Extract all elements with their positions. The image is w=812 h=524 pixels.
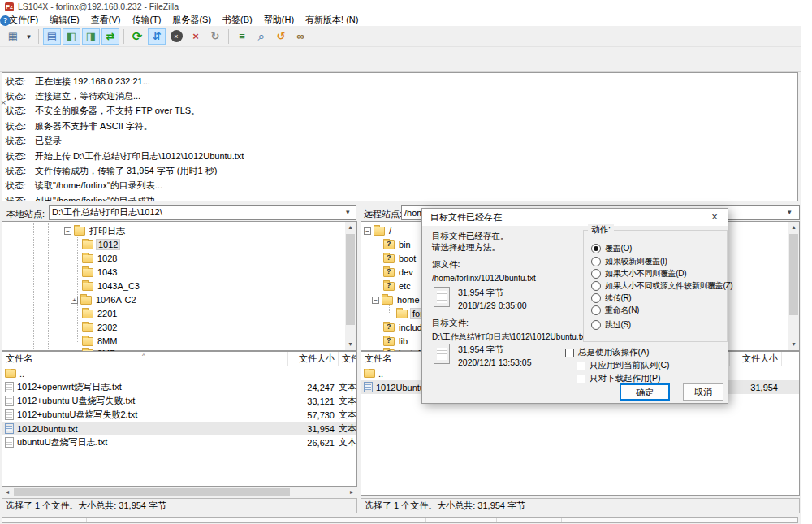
local-tree-item[interactable]: +1046A-C2 (71, 293, 138, 306)
cancel-icon: × (171, 30, 183, 42)
radio-icon[interactable] (591, 305, 601, 315)
remote-tree-item[interactable]: −/ (364, 224, 393, 237)
collapse-icon[interactable]: − (372, 297, 379, 304)
checkbox-icon[interactable] (577, 362, 585, 370)
site-manager-dropdown[interactable]: ▾ (24, 28, 34, 45)
remote-tree-item[interactable]: ?dev (383, 266, 415, 279)
toggle-log-button[interactable]: ▤ (43, 28, 61, 45)
local-tree-item[interactable]: 8MM (82, 335, 119, 348)
menu-bookmarks[interactable]: 书签(B) (217, 13, 258, 26)
help-badge-icon[interactable]: ? (0, 15, 11, 26)
folder-icon (82, 310, 93, 318)
find-files-button[interactable]: ∞ (292, 28, 309, 45)
refresh-icon: ⟳ (132, 29, 143, 44)
local-tree-item[interactable]: 1043A_C3 (82, 279, 141, 292)
remote-path-dropdown-icon[interactable]: ▾ (788, 208, 792, 216)
checkbox-always-use-action[interactable]: 总是使用该操作(A) (565, 347, 650, 358)
file-row[interactable]: .. (2, 366, 356, 380)
scroll-down-icon[interactable]: ▾ (345, 339, 356, 350)
radio-overwrite[interactable]: 覆盖(O) (591, 243, 632, 254)
scrollbar-thumb[interactable] (789, 234, 798, 315)
radio-overwrite-if-size-differs[interactable]: 如果大小不同则覆盖(D) (591, 268, 686, 279)
radio-icon[interactable] (591, 257, 601, 266)
remote-tree-item[interactable]: ?bin (383, 238, 412, 251)
local-tree-item[interactable]: 2302 (82, 321, 119, 334)
menu-view[interactable]: 查看(V) (85, 13, 127, 26)
radio-icon[interactable] (591, 269, 601, 279)
local-path-combo[interactable] (49, 205, 356, 220)
menu-server[interactable]: 服务器(S) (166, 13, 217, 26)
radio-icon[interactable] (591, 281, 601, 291)
refresh-button[interactable]: ⟳ (128, 28, 146, 45)
cancel-operation-button[interactable]: × (167, 28, 185, 45)
radio-skip[interactable]: 跳过(S) (591, 319, 631, 331)
checkbox-icon[interactable] (565, 349, 574, 357)
reconnect-button[interactable]: ↻ (206, 28, 224, 45)
radio-overwrite-if-size-or-newer[interactable]: 如果大小不同或源文件较新则覆盖(Z) (591, 280, 732, 292)
local-tree-item[interactable]: 2201 (82, 307, 119, 320)
cancel-button[interactable]: 取消 (683, 383, 723, 401)
local-tree-item[interactable]: 1043 (82, 266, 119, 279)
scroll-left-icon[interactable]: ◂ (2, 487, 13, 497)
collapse-icon[interactable]: − (64, 227, 71, 235)
local-list-hscrollbar[interactable]: ◂ ▸ (2, 487, 357, 497)
menu-help[interactable]: 帮助(H) (258, 13, 300, 26)
menu-transfer[interactable]: 传输(T) (126, 13, 166, 26)
filter-button[interactable]: ≡ (233, 28, 251, 45)
ok-button[interactable]: 确定 (620, 383, 670, 401)
local-tree-item-selected[interactable]: 1012 (82, 238, 120, 251)
local-list-header: 文件名 文件大小 文件类型 (2, 352, 356, 366)
menu-edit[interactable]: 编辑(E) (44, 13, 85, 26)
scroll-up-icon[interactable]: ▴ (788, 222, 799, 233)
menu-new-version[interactable]: 有新版本! (N) (300, 13, 364, 26)
sync-browsing-button[interactable]: ↺ (272, 28, 290, 45)
column-filesize[interactable]: 文件大小 (288, 352, 339, 366)
column-filetype[interactable]: 文件类型 (339, 352, 356, 366)
file-row-selected[interactable]: 1012Ubuntu.txt 31,954 文本文件 (2, 422, 356, 435)
column-filename[interactable]: 文件名 (2, 352, 288, 366)
radio-rename[interactable]: 重命名(N) (591, 305, 639, 316)
collapse-icon[interactable]: − (364, 227, 371, 235)
checkbox-apply-to-downloads-only[interactable]: 只对下载起作用(P) (577, 373, 661, 384)
local-path-dropdown-icon[interactable]: ▾ (346, 208, 350, 216)
compare-button[interactable]: ⌕ (253, 28, 270, 45)
toggle-queue-button[interactable]: ⇄ (102, 28, 119, 45)
remote-tree-item[interactable]: ?boot (383, 252, 417, 265)
remote-tree-scrollbar[interactable]: ▴ ▾ (788, 222, 799, 350)
site-manager-button[interactable]: ▦ (4, 28, 22, 45)
toggle-local-tree-button[interactable]: ◧ (63, 28, 80, 45)
radio-icon[interactable] (591, 320, 601, 330)
file-row[interactable]: ubuntuU盘烧写日志.txt 26,621 文本文件 (2, 435, 356, 449)
quickconnect-bar: 主机(H): 用户名(U): 密码(W): 端口(P): 快速连接(Q) ▾ (0, 47, 801, 72)
disconnect-button[interactable]: × (187, 28, 205, 45)
process-queue-button[interactable]: ⇵ (148, 28, 166, 45)
file-row[interactable]: 1012+ubuntuU盘烧写失败2.txt 57,730 文本文件 (2, 408, 356, 422)
scroll-right-icon[interactable]: ▸ (346, 487, 357, 497)
scrollbar-thumb[interactable] (346, 234, 355, 325)
remote-tree-item[interactable]: −home (372, 293, 421, 306)
edge-close-icon[interactable]: × (1, 97, 6, 107)
dialog-title-bar[interactable]: 目标文件已经存在 (422, 209, 728, 226)
radio-icon[interactable] (591, 244, 601, 253)
checkbox-apply-to-queue-only[interactable]: 只应用到当前队列(C) (577, 360, 670, 371)
file-row[interactable]: 1012+openwrt烧写日志.txt 24,247 文本文件 (2, 380, 356, 394)
column-filesize[interactable]: 文件大小 (730, 352, 782, 366)
remote-status-bar: 选择了 1 个文件。大小总共: 31,954 字节 (361, 498, 800, 513)
radio-icon[interactable] (591, 293, 601, 303)
local-tree-item[interactable]: −打印日志 (64, 224, 127, 237)
remote-tree-item[interactable]: ?etc (383, 279, 412, 292)
scrollbar-thumb[interactable] (14, 488, 290, 496)
checkbox-icon[interactable] (577, 375, 585, 383)
toggle-remote-tree-button[interactable]: ◨ (82, 28, 100, 45)
scroll-up-icon[interactable]: ▴ (345, 222, 356, 233)
scroll-down-icon[interactable]: ▾ (788, 339, 799, 350)
local-tree-item[interactable]: 1028 (82, 252, 119, 265)
radio-resume[interactable]: 续传(R) (591, 292, 631, 304)
remote-tree-item[interactable]: ?lib (383, 335, 409, 348)
local-tree-scrollbar[interactable]: ▴ ▾ (345, 222, 356, 350)
process-queue-icon: ⇵ (153, 30, 162, 42)
file-row[interactable]: 1012+ubuntu U盘烧写失败.txt 33,121 文本文件 (2, 394, 356, 408)
radio-overwrite-if-newer[interactable]: 如果较新则覆盖(I) (591, 256, 667, 267)
dialog-close-icon[interactable]: × (702, 209, 727, 225)
expand-icon[interactable]: + (71, 297, 78, 304)
